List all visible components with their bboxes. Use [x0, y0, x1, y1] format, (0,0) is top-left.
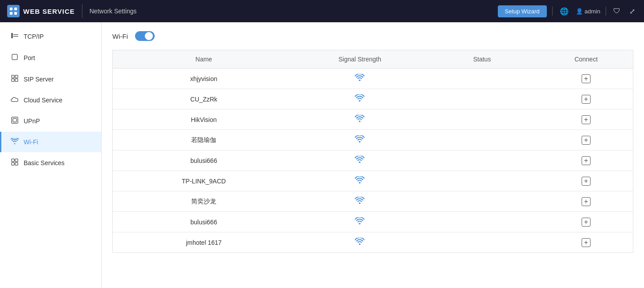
cell-name: bulusi666	[113, 150, 295, 171]
admin-icon: 👤	[576, 8, 583, 15]
cell-name: bulusi666	[113, 212, 295, 232]
connect-button[interactable]: +	[582, 156, 591, 165]
col-header-signal: Signal Strength	[295, 50, 425, 69]
sidebar-item-basic-services[interactable]: Basic Services	[0, 152, 101, 174]
cell-status	[425, 130, 539, 150]
table-row: bulusi666 +	[113, 150, 633, 171]
tcp-ip-icon	[10, 32, 19, 41]
svg-point-21	[359, 141, 361, 142]
cell-connect[interactable]: +	[539, 232, 633, 253]
cell-status	[425, 191, 539, 212]
connect-button[interactable]: +	[582, 95, 591, 104]
svg-rect-11	[15, 79, 18, 81]
col-header-status: Status	[425, 50, 539, 69]
cell-name: jmhotel 1617	[113, 232, 295, 253]
table-header-row: Name Signal Strength Status Connect	[113, 50, 633, 69]
cell-connect[interactable]: +	[539, 150, 633, 171]
svg-rect-15	[15, 159, 18, 162]
wifi-signal-icon	[355, 115, 365, 124]
globe-icon[interactable]: 🌐	[558, 5, 570, 17]
upnp-icon	[10, 117, 19, 126]
cell-status	[425, 232, 539, 253]
table-row: xhjyvision +	[113, 69, 633, 89]
layout: TCP/IP Port SIP Server	[0, 22, 644, 288]
cell-connect[interactable]: +	[539, 110, 633, 130]
wifi-sidebar-icon	[10, 138, 19, 146]
cell-connect[interactable]: +	[539, 69, 633, 89]
svg-rect-3	[14, 12, 17, 15]
wifi-signal-icon	[355, 156, 365, 165]
sidebar-item-sip-server[interactable]: SIP Server	[0, 69, 101, 90]
wifi-signal-icon	[355, 74, 365, 83]
svg-rect-5	[13, 34, 18, 35]
sip-server-icon	[10, 75, 19, 84]
svg-point-23	[359, 182, 361, 183]
logo-icon	[7, 5, 20, 17]
cell-signal	[295, 69, 425, 89]
cell-signal	[295, 232, 425, 253]
cell-name: HikVision	[113, 110, 295, 130]
col-header-connect: Connect	[539, 50, 633, 69]
sidebar-label-sip-server: SIP Server	[24, 76, 53, 83]
cell-connect[interactable]: +	[539, 171, 633, 191]
port-icon	[10, 53, 19, 62]
main-content: Wi-Fi Name Signal Strength Status Connec…	[102, 22, 644, 288]
col-header-name: Name	[113, 50, 295, 69]
svg-rect-12	[12, 117, 18, 123]
svg-point-24	[359, 203, 361, 204]
cell-connect[interactable]: +	[539, 89, 633, 110]
cell-connect[interactable]: +	[539, 130, 633, 150]
connect-button[interactable]: +	[582, 238, 591, 247]
sidebar-item-tcp-ip[interactable]: TCP/IP	[0, 26, 101, 47]
wifi-toggle[interactable]	[135, 31, 155, 41]
svg-point-25	[359, 223, 361, 224]
cell-name: 若隐瑜伽	[113, 130, 295, 150]
cell-signal	[295, 110, 425, 130]
svg-rect-7	[12, 54, 17, 60]
svg-point-20	[359, 121, 361, 122]
connect-button[interactable]: +	[582, 115, 591, 124]
wifi-signal-icon	[355, 94, 365, 104]
table-row: CU_ZzRk +	[113, 89, 633, 110]
cloud-service-icon	[10, 96, 19, 104]
svg-rect-10	[12, 79, 14, 81]
cell-status	[425, 89, 539, 110]
svg-rect-14	[12, 159, 14, 162]
header-sep-1	[552, 7, 553, 16]
wifi-signal-icon	[355, 197, 365, 206]
setup-wizard-button[interactable]: Setup Wizard	[498, 5, 547, 17]
sidebar-item-cloud-service[interactable]: Cloud Service	[0, 90, 101, 110]
svg-rect-0	[10, 8, 12, 10]
cell-status	[425, 110, 539, 130]
wifi-signal-icon	[355, 217, 365, 227]
cell-name: xhjyvision	[113, 69, 295, 89]
fullscreen-icon[interactable]: ⤢	[628, 5, 637, 17]
cell-signal	[295, 212, 425, 232]
table-row: bulusi666 +	[113, 212, 633, 232]
svg-point-26	[359, 243, 361, 245]
connect-button[interactable]: +	[582, 136, 591, 145]
connect-button[interactable]: +	[582, 74, 591, 83]
wifi-table-wrapper[interactable]: Name Signal Strength Status Connect xhjy…	[112, 50, 633, 253]
admin-label: admin	[585, 8, 600, 15]
cell-connect[interactable]: +	[539, 191, 633, 212]
wifi-signal-icon	[355, 238, 365, 247]
cell-status	[425, 212, 539, 232]
connect-button[interactable]: +	[582, 177, 591, 186]
svg-rect-6	[13, 36, 18, 37]
admin-menu[interactable]: 👤 admin	[576, 8, 600, 15]
sidebar-item-wifi[interactable]: Wi-Fi	[0, 132, 101, 152]
table-header: Name Signal Strength Status Connect	[113, 50, 633, 69]
shield-icon[interactable]: 🛡	[611, 5, 622, 17]
cell-status	[425, 171, 539, 191]
cell-signal	[295, 191, 425, 212]
cell-connect[interactable]: +	[539, 212, 633, 232]
connect-button[interactable]: +	[582, 197, 591, 206]
connect-button[interactable]: +	[582, 218, 591, 227]
sidebar-label-port: Port	[24, 54, 35, 61]
sidebar-item-upnp[interactable]: UPnP	[0, 110, 101, 132]
sidebar-item-port[interactable]: Port	[0, 47, 101, 69]
sidebar-label-basic-services: Basic Services	[24, 159, 65, 166]
table-row: HikVision +	[113, 110, 633, 130]
wifi-section-label: Wi-Fi	[112, 32, 128, 40]
